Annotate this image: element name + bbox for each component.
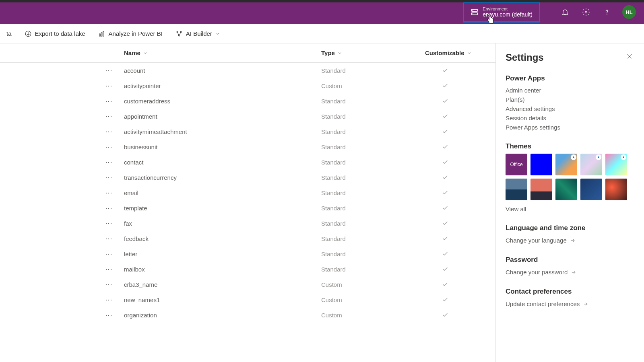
cell-type: Standard <box>321 251 425 257</box>
themes-view-all-link[interactable]: View all <box>506 204 634 214</box>
table-row[interactable]: ⋯ businessunit Standard <box>0 139 495 154</box>
table-row[interactable]: ⋯ contact Standard <box>0 154 495 170</box>
table-row[interactable]: ⋯ feedback Standard <box>0 231 495 246</box>
cell-customizable <box>425 296 465 303</box>
cell-customizable <box>425 281 465 288</box>
chevron-down-icon <box>143 51 148 56</box>
theme-tile[interactable]: ★ <box>555 154 577 175</box>
table-row[interactable]: ⋯ crba3_name Custom <box>0 277 495 292</box>
cell-name: account <box>117 67 321 74</box>
environment-selector[interactable]: Environment enayu.com (default) <box>463 2 540 23</box>
theme-tile[interactable] <box>530 154 552 175</box>
check-icon <box>442 98 448 104</box>
ai-builder-button[interactable]: AI Builder <box>171 28 225 40</box>
theme-tile[interactable]: Office <box>506 154 527 175</box>
powerapps-link[interactable]: Session details <box>506 113 634 123</box>
theme-tile[interactable] <box>580 179 602 200</box>
table-row[interactable]: ⋯ customeraddress Standard <box>0 93 495 109</box>
settings-panel: Settings Power Apps Admin centerPlan(s)A… <box>496 43 644 362</box>
theme-tile[interactable] <box>605 179 627 200</box>
cell-type: Standard <box>321 128 425 135</box>
cell-type: Standard <box>321 220 425 227</box>
help-button[interactable] <box>597 0 617 24</box>
table-row[interactable]: ⋯ letter Standard <box>0 246 495 261</box>
check-icon <box>442 82 448 89</box>
star-badge-icon: ★ <box>596 154 601 160</box>
table-row[interactable]: ⋯ email Standard <box>0 185 495 200</box>
theme-tile[interactable]: ★ <box>605 154 627 175</box>
row-more-button[interactable]: ⋯ <box>101 188 117 197</box>
row-more-button[interactable]: ⋯ <box>101 142 117 151</box>
notifications-button[interactable] <box>555 0 576 24</box>
row-more-button[interactable]: ⋯ <box>101 311 117 319</box>
cell-type: Standard <box>321 189 425 196</box>
theme-tile[interactable] <box>506 179 527 200</box>
row-more-button[interactable]: ⋯ <box>101 204 117 212</box>
row-more-button[interactable]: ⋯ <box>101 295 117 304</box>
svg-rect-9 <box>103 31 104 36</box>
cell-name: contact <box>117 159 321 166</box>
chevron-down-icon <box>215 31 220 36</box>
row-more-button[interactable]: ⋯ <box>101 97 117 105</box>
language-section-title: Language and time zone <box>506 224 634 232</box>
powerapps-link[interactable]: Admin center <box>506 86 634 95</box>
column-header-type[interactable]: Type <box>321 49 425 56</box>
table-row[interactable]: ⋯ activitymimeattachment Standard <box>0 124 495 139</box>
powerapps-link[interactable]: Plan(s) <box>506 95 634 104</box>
row-more-button[interactable]: ⋯ <box>101 173 117 182</box>
check-icon <box>442 174 448 181</box>
cell-name: customeraddress <box>117 98 321 105</box>
ai-builder-icon <box>175 30 183 37</box>
help-icon <box>603 8 611 16</box>
table-row[interactable]: ⋯ activitypointer Custom <box>0 78 495 93</box>
row-more-button[interactable]: ⋯ <box>101 249 117 258</box>
column-header-customizable[interactable]: Customizable <box>425 49 485 56</box>
row-more-button[interactable]: ⋯ <box>101 219 117 228</box>
column-header-name[interactable]: Name <box>124 49 321 56</box>
table-row[interactable]: ⋯ transactioncurrency Standard <box>0 170 495 185</box>
cmd-label: AI Builder <box>186 30 212 37</box>
row-more-button[interactable]: ⋯ <box>101 234 117 243</box>
table-row[interactable]: ⋯ fax Standard <box>0 216 495 231</box>
table-row[interactable]: ⋯ new_names1 Custom <box>0 292 495 307</box>
cell-customizable <box>425 205 465 211</box>
row-more-button[interactable]: ⋯ <box>101 127 117 136</box>
powerapps-link[interactable]: Advanced settings <box>506 104 634 113</box>
row-more-button[interactable]: ⋯ <box>101 158 117 167</box>
cell-name: mailbox <box>117 266 321 273</box>
cmd-item-partial[interactable]: ta <box>2 28 17 39</box>
row-more-button[interactable]: ⋯ <box>101 280 117 289</box>
svg-point-11 <box>180 31 182 33</box>
table-row[interactable]: ⋯ mailbox Standard <box>0 261 495 277</box>
powerapps-link[interactable]: Power Apps settings <box>506 123 634 132</box>
row-more-button[interactable]: ⋯ <box>101 112 117 121</box>
theme-tile[interactable] <box>530 179 552 200</box>
change-password-link[interactable]: Change your password <box>506 267 634 277</box>
close-panel-button[interactable] <box>625 51 634 63</box>
row-more-button[interactable]: ⋯ <box>101 81 117 90</box>
analyze-powerbi-button[interactable]: Analyze in Power BI <box>93 28 167 40</box>
powerapps-section-title: Power Apps <box>506 74 634 82</box>
svg-point-5 <box>607 14 607 14</box>
row-more-button[interactable]: ⋯ <box>101 66 117 75</box>
cell-customizable <box>425 67 465 74</box>
table-row[interactable]: ⋯ template Standard <box>0 200 495 216</box>
cell-type: Standard <box>321 174 425 181</box>
theme-tile[interactable] <box>555 179 577 200</box>
user-avatar[interactable]: HL <box>622 5 636 19</box>
cell-customizable <box>425 159 465 165</box>
table-row[interactable]: ⋯ account Standard <box>0 63 495 78</box>
star-badge-icon: ★ <box>621 154 626 160</box>
settings-button[interactable] <box>576 0 597 24</box>
change-language-link[interactable]: Change your language <box>506 235 634 245</box>
cell-customizable <box>425 82 465 89</box>
cell-type: Custom <box>321 296 425 303</box>
svg-point-10 <box>177 31 178 33</box>
table-row[interactable]: ⋯ organization Custom <box>0 307 495 323</box>
cell-name: businessunit <box>117 144 321 150</box>
update-contact-prefs-link[interactable]: Update contact preferences <box>506 299 634 309</box>
row-more-button[interactable]: ⋯ <box>101 265 117 274</box>
export-data-lake-button[interactable]: Export to data lake <box>20 28 90 40</box>
theme-tile[interactable]: ★ <box>580 154 602 175</box>
table-row[interactable]: ⋯ appointment Standard <box>0 109 495 124</box>
